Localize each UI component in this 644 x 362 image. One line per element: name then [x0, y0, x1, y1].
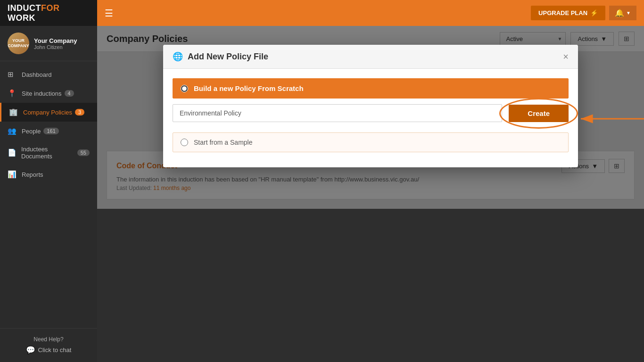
upgrade-plan-button[interactable]: UPGRADE PLAN ⚡	[531, 6, 605, 20]
topbar-left: ☰	[105, 8, 113, 19]
modal-close-button[interactable]: ×	[563, 52, 569, 61]
modal-header: 🌐 Add New Policy File ×	[163, 45, 578, 69]
inductees-badge: 55	[77, 149, 90, 156]
modal-overlay: 🌐 Add New Policy File × Build a new Poli…	[97, 26, 644, 362]
location-icon: 📍	[8, 89, 17, 98]
app-logo: INDUCTFOR WORK	[0, 0, 97, 26]
user-profile: YOUR COMPANY Your Company John Citizen	[0, 26, 97, 61]
main-content: ☰ UPGRADE PLAN ⚡ 🔔 ▼ Company Policies Ac…	[97, 0, 644, 362]
documents-icon: 📄	[8, 148, 17, 157]
option-start-sample[interactable]: Start from a Sample	[173, 132, 569, 152]
site-inductions-badge: 4	[65, 90, 74, 97]
chat-label: Click to chat	[38, 346, 72, 354]
policy-name-input[interactable]	[173, 104, 502, 122]
page-content: Company Policies Active Inactive All Act…	[97, 26, 644, 362]
company-name: Your Company	[34, 37, 77, 44]
modal-title-row: 🌐 Add New Policy File	[173, 51, 268, 62]
modal-title: Add New Policy File	[188, 52, 268, 62]
sidebar-item-reports[interactable]: 📊 Reports	[0, 165, 97, 184]
option-sample-label: Start from a Sample	[194, 139, 253, 146]
option-scratch-label: Build a new Policy From Scratch	[194, 84, 304, 92]
topbar-right: UPGRADE PLAN ⚡ 🔔 ▼	[531, 6, 636, 20]
company-policies-badge: 3	[75, 109, 84, 115]
need-help-text: Need Help?	[8, 336, 90, 343]
notifications-button[interactable]: 🔔 ▼	[609, 6, 636, 20]
option-scratch-radio[interactable]	[181, 85, 188, 92]
sidebar-item-label: Reports	[22, 171, 43, 178]
modal-body: Build a new Policy From Scratch Create	[163, 69, 578, 167]
lightning-icon: ⚡	[590, 9, 598, 16]
people-badge: 161	[43, 128, 58, 134]
hamburger-icon[interactable]: ☰	[105, 8, 113, 19]
sidebar-item-label: Company Policies	[23, 109, 72, 116]
profile-info: Your Company John Citizen	[34, 37, 77, 50]
arrow-annotation	[573, 105, 644, 133]
create-button-wrapper: Create	[509, 105, 569, 122]
sidebar-item-label: Dashboard	[22, 71, 52, 78]
sidebar-item-people[interactable]: 👥 People 161	[0, 122, 97, 140]
topbar: ☰ UPGRADE PLAN ⚡ 🔔 ▼	[97, 0, 644, 26]
sidebar-item-label: Site inductions	[22, 90, 62, 97]
create-button[interactable]: Create	[509, 105, 569, 122]
logo-work: WORK	[8, 13, 35, 23]
reports-icon: 📊	[8, 170, 17, 179]
sidebar-item-dashboard[interactable]: ⊞ Dashboard	[0, 65, 97, 84]
sidebar-nav: ⊞ Dashboard 📍 Site inductions 4 🏢 Compan…	[0, 61, 97, 328]
policies-icon: 🏢	[9, 108, 18, 116]
add-policy-modal: 🌐 Add New Policy File × Build a new Poli…	[163, 45, 578, 167]
sidebar-item-label: People	[22, 128, 41, 135]
sidebar-item-label: Inductees Documents	[21, 146, 74, 160]
user-name: John Citizen	[34, 44, 77, 50]
create-row: Create	[173, 104, 569, 126]
option-sample-radio[interactable]	[181, 139, 188, 146]
people-icon: 👥	[8, 127, 17, 135]
sidebar: INDUCTFOR WORK YOUR COMPANY Your Company…	[0, 0, 97, 362]
logo-for: FOR	[41, 3, 60, 13]
sidebar-item-site-inductions[interactable]: 📍 Site inductions 4	[0, 84, 97, 103]
bell-icon: 🔔	[615, 8, 624, 17]
upgrade-label: UPGRADE PLAN	[538, 9, 587, 16]
dashboard-icon: ⊞	[8, 70, 17, 79]
option-build-scratch[interactable]: Build a new Policy From Scratch	[173, 78, 569, 99]
chevron-down-icon: ▼	[626, 10, 631, 16]
click-to-chat[interactable]: 💬 Click to chat	[8, 346, 90, 354]
logo-induct: INDUCT	[8, 3, 41, 13]
sidebar-item-inductees-documents[interactable]: 📄 Inductees Documents 55	[0, 140, 97, 165]
avatar: YOUR COMPANY	[8, 33, 29, 54]
sidebar-footer: Need Help? 💬 Click to chat	[0, 328, 97, 362]
sidebar-item-company-policies[interactable]: 🏢 Company Policies 3	[0, 103, 97, 122]
avatar-image: YOUR COMPANY	[8, 33, 29, 54]
chat-icon: 💬	[26, 346, 35, 354]
globe-icon: 🌐	[173, 51, 183, 62]
